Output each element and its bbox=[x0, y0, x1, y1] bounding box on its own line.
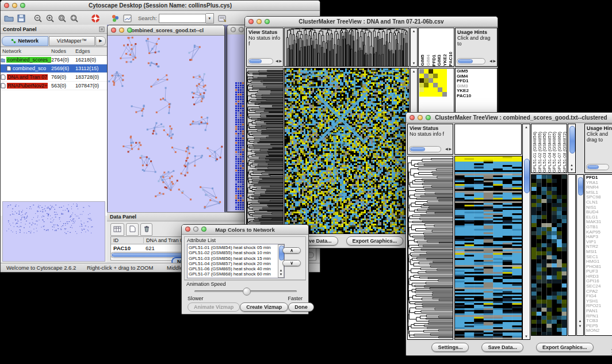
move-up-button[interactable]: ∧ bbox=[282, 247, 301, 254]
main-window-title: Cytoscape Desktop (Session Name: collins… bbox=[89, 2, 232, 9]
attribute-item[interactable]: GPL51-03 (GSM856) heat shock 15 min bbox=[189, 256, 283, 261]
attribute-item[interactable]: GPL51-06 (GSM865) heat shock 40 min bbox=[189, 266, 283, 271]
new-attribute-icon[interactable] bbox=[126, 223, 139, 236]
vizmapper-icon[interactable] bbox=[109, 13, 121, 24]
gene-label[interactable]: PAC10 bbox=[457, 94, 497, 99]
tv1-dendro-scroll[interactable]: ▲ ▼ bbox=[410, 28, 418, 67]
tv2-heatmap-scrollbar[interactable]: ▲ ▼ bbox=[522, 124, 530, 340]
tab-vizmapper[interactable]: VizMapper™ bbox=[49, 36, 95, 46]
close-button[interactable] bbox=[248, 19, 254, 24]
search-index-icon[interactable] bbox=[217, 13, 229, 24]
zoom-button[interactable] bbox=[265, 19, 270, 24]
zoom-in-icon[interactable] bbox=[44, 13, 56, 24]
done-button[interactable]: Done bbox=[288, 302, 314, 312]
treeview-button[interactable]: Settings... bbox=[431, 343, 469, 352]
tv2-button-bar: Settings...Save Data...Export Graphics..… bbox=[406, 340, 612, 354]
animate-vizmap-button[interactable]: Animate Vizmap bbox=[188, 302, 240, 312]
close-button[interactable] bbox=[111, 28, 116, 33]
tv1-status-scrollbar[interactable] bbox=[248, 58, 273, 64]
minimize-button[interactable] bbox=[418, 115, 423, 120]
zoom-button[interactable] bbox=[426, 115, 431, 120]
tv1-row-dendrogram[interactable] bbox=[246, 68, 284, 234]
open-file-icon[interactable] bbox=[3, 13, 15, 24]
column-label: PAC10 bbox=[448, 52, 454, 66]
file-icon bbox=[1, 74, 6, 80]
gene-label[interactable]: MON2 bbox=[586, 328, 612, 334]
close-button[interactable] bbox=[4, 3, 9, 8]
column-label: GPL51-03 (GSM856) bbox=[542, 132, 547, 173]
data-panel-title: Data Panel bbox=[110, 214, 136, 220]
search-input[interactable] bbox=[159, 14, 206, 23]
search-dropdown-button[interactable]: ▼ bbox=[206, 13, 214, 24]
zoom-button[interactable] bbox=[201, 227, 206, 232]
zoom-button[interactable] bbox=[127, 28, 132, 33]
treeview-button[interactable]: Export Graphics... bbox=[536, 343, 594, 352]
desktop: { "icons": {"up":"▲","down":"▼","left":"… bbox=[0, 0, 612, 364]
attribute-list: GPL51-01 (GSM854) heat shock 05 minGPL51… bbox=[188, 244, 284, 278]
tv1-column-dendrogram[interactable] bbox=[284, 28, 410, 67]
treeview-button[interactable]: Save Data... bbox=[481, 343, 523, 352]
tv2-status-scrollbar[interactable] bbox=[409, 146, 441, 152]
minimize-button[interactable] bbox=[193, 227, 198, 232]
minimize-button[interactable] bbox=[239, 27, 244, 32]
minimize-button[interactable] bbox=[12, 3, 17, 8]
zoom-fit-icon[interactable] bbox=[56, 13, 68, 24]
attribute-item[interactable]: GPL51-01 (GSM854) heat shock 05 min bbox=[189, 245, 283, 250]
minimize-button[interactable] bbox=[257, 19, 262, 24]
tv1-usage-scrollbar[interactable] bbox=[457, 58, 485, 64]
birdseye-view[interactable] bbox=[2, 201, 105, 262]
down-arrow-icon: ▼ bbox=[278, 273, 284, 276]
tab-network[interactable]: Network bbox=[2, 36, 48, 46]
tv2-row-dendrogram[interactable] bbox=[407, 156, 453, 340]
tv2-usage-scrollbar[interactable] bbox=[586, 164, 609, 170]
right-arrow-icon: ▶ bbox=[493, 59, 496, 63]
network-window-title: combined_scores_good.txt--cluste... bbox=[129, 28, 204, 33]
network-row-combined-scores[interactable]: combined_scores_ 2764(0) 16218(0) bbox=[1, 56, 107, 64]
tv2-heatmap[interactable] bbox=[454, 156, 522, 340]
network-canvas[interactable] bbox=[108, 36, 224, 212]
attribute-item[interactable]: GPL51-04 (GSM857) heat shock 20 min bbox=[189, 261, 283, 266]
network-row-combined-sco-selected[interactable]: combined_sco 2569(6) 13112(15) bbox=[1, 64, 107, 73]
move-down-button[interactable]: ∨ bbox=[282, 260, 301, 266]
animation-speed-slider[interactable] bbox=[194, 290, 297, 292]
column-label: GPL51-07 (GSM868) bbox=[557, 132, 562, 173]
console-icon[interactable] bbox=[121, 13, 133, 24]
treeview2-title-bar[interactable]: ClusterMaker TreeView : combined_scores_… bbox=[406, 113, 612, 123]
attribute-item[interactable]: GPL51-02 (GSM855) heat shock 10 min bbox=[189, 250, 283, 255]
minimize-button[interactable] bbox=[119, 28, 124, 33]
col-header-network[interactable]: Network bbox=[1, 47, 51, 55]
column-label: GIM3 bbox=[437, 55, 442, 66]
attribute-item[interactable]: GPL51-07 (GSM868) heat shock 60 min bbox=[189, 271, 283, 277]
data-col-id[interactable]: ID bbox=[111, 237, 144, 243]
tv1-usage-hints-panel: Usage HintsClick and drag to ◀ ▶ bbox=[455, 28, 498, 67]
tv2-gene-scrollbar[interactable]: ▲ ▼ bbox=[576, 174, 584, 336]
network-row-rnapuber[interactable]: RNAPuberNov2+ 563(0) 107847(0) bbox=[1, 82, 107, 90]
treeview-button[interactable]: Export Graphics... bbox=[346, 236, 404, 246]
network-row-dna-tran[interactable]: DNA and Tran 07 769(0) 183728(0) bbox=[1, 73, 107, 82]
col-header-nodes[interactable]: Nodes bbox=[51, 48, 75, 54]
create-vizmap-button[interactable]: Create Vizmap bbox=[240, 302, 288, 312]
zoom-selected-icon[interactable] bbox=[68, 13, 80, 24]
help-lifering-icon[interactable] bbox=[89, 13, 101, 24]
status-welcome: Welcome to Cytoscape 2.6.2 bbox=[6, 265, 76, 271]
tv2-labels-scrollbar[interactable]: ▲ ▼ bbox=[568, 124, 576, 173]
col-header-edges[interactable]: Edges bbox=[75, 48, 105, 54]
delete-attribute-icon[interactable] bbox=[140, 223, 152, 236]
slider-thumb[interactable] bbox=[243, 288, 251, 296]
tab-overflow-button[interactable]: ▶ bbox=[95, 36, 106, 46]
zoom-button[interactable] bbox=[20, 3, 25, 8]
close-button[interactable] bbox=[185, 227, 190, 232]
main-title-bar[interactable]: Cytoscape Desktop (Session Name: collins… bbox=[1, 1, 320, 11]
network-view-window[interactable]: combined_scores_good.txt--cluste... bbox=[107, 25, 225, 212]
treeview1-title-bar[interactable]: ClusterMaker TreeView : DNA and Tran 07-… bbox=[245, 17, 498, 27]
close-button[interactable] bbox=[231, 27, 236, 32]
up-arrow-icon: ▲ bbox=[411, 29, 417, 33]
tv2-sub-heatmap[interactable] bbox=[531, 174, 567, 336]
close-button[interactable] bbox=[410, 115, 415, 120]
float-panel-icon[interactable] bbox=[99, 24, 105, 35]
tv2-column-dendrogram[interactable] bbox=[454, 124, 522, 155]
save-icon[interactable] bbox=[15, 13, 27, 24]
attribute-select-icon[interactable] bbox=[110, 223, 124, 236]
zoom-out-icon[interactable] bbox=[32, 13, 44, 24]
tv1-heatmap[interactable] bbox=[284, 68, 410, 234]
